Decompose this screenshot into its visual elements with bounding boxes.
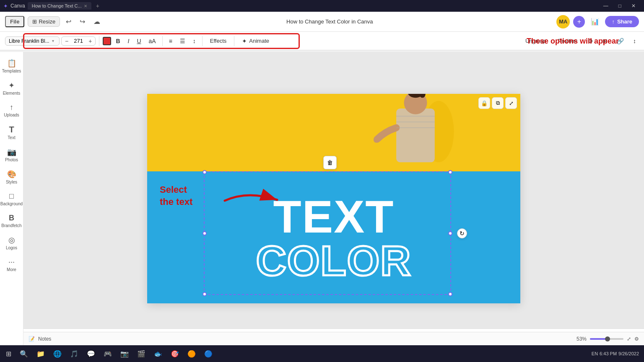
text-color-swatch[interactable] — [103, 37, 111, 45]
font-name-label: Libre Franklin Bl... — [9, 38, 49, 44]
start-button[interactable]: ⊞ — [2, 348, 16, 359]
lock-button[interactable]: 🔒 — [478, 97, 490, 109]
resize-button[interactable]: ⊞ Resize — [28, 16, 60, 27]
statusbar: 📝 Notes 53% ⤢ ⚙ — [23, 332, 644, 345]
zoom-slider-thumb[interactable] — [605, 336, 610, 341]
copy-element-button[interactable]: ⧉ — [492, 97, 504, 109]
spacing-button[interactable]: ↕ — [190, 36, 199, 46]
templates-label: Templates — [2, 69, 21, 73]
settings-icon[interactable]: ⚙ — [634, 336, 639, 342]
select-text-annotation: Select the text — [160, 184, 192, 208]
browser-taskbar-button[interactable]: 🌐 — [49, 348, 66, 359]
cloud-save-button[interactable]: ☁ — [91, 16, 103, 27]
search-taskbar-button[interactable]: 🔍 — [16, 348, 32, 359]
canvas-area[interactable]: TEXT COLOR 🗑 🔒 ⧉ ⤢ — [23, 52, 644, 345]
sidebar-item-more[interactable]: ··· More — [1, 254, 22, 275]
tray-date: 9/26/2022 — [618, 351, 639, 356]
resize-icon: ⊞ — [32, 18, 37, 25]
tab-close-icon[interactable]: ✕ — [84, 4, 87, 8]
document-title: How to Change Text Color in Canva — [286, 18, 373, 25]
list-button[interactable]: ☰ — [177, 36, 188, 46]
share-icon: ↑ — [612, 18, 615, 25]
underline-button[interactable]: U — [134, 36, 144, 46]
sidebar-item-elements[interactable]: ✦ Elements — [1, 78, 22, 99]
share-button[interactable]: ↑ Share — [605, 16, 639, 27]
canva-logo-icon: ✦ — [3, 3, 8, 9]
toolbar-divider-1 — [99, 36, 99, 46]
sidebar-item-templates[interactable]: 📋 Templates — [1, 55, 22, 77]
zoom-level-label: 53% — [576, 336, 587, 342]
toolbar-divider-2 — [162, 36, 163, 46]
sidebar-item-logos[interactable]: ◎ Logos — [1, 232, 22, 253]
app12-taskbar-button[interactable]: 🔵 — [200, 348, 217, 359]
bold-button[interactable]: B — [113, 36, 123, 46]
file-menu-button[interactable]: File — [5, 16, 24, 27]
app10-taskbar-button[interactable]: 🎯 — [166, 348, 183, 359]
styles-icon: 🎨 — [7, 170, 16, 179]
left-sidebar: 📋 Templates ✦ Elements ↑ Uploads T Text … — [0, 52, 23, 345]
more-options-4[interactable]: ↕ — [630, 36, 639, 46]
search-taskbar-icon: 🔍 — [20, 350, 28, 358]
background-icon: □ — [9, 192, 14, 201]
expand-element-button[interactable]: ⤢ — [505, 97, 517, 109]
more-label: More — [7, 267, 16, 272]
zoom-slider[interactable] — [590, 338, 623, 340]
whatsapp-taskbar-button[interactable]: 💬 — [83, 348, 99, 359]
photos-label: Photos — [5, 158, 18, 162]
chevron-down-icon: ▾ — [52, 39, 54, 43]
animate-icon: ✦ — [242, 38, 247, 44]
app11-icon: 🟠 — [187, 350, 196, 358]
sidebar-item-background[interactable]: □ Background — [1, 189, 22, 209]
sidebar-item-text[interactable]: T Text — [1, 122, 22, 143]
spotify-taskbar-button[interactable]: 🎵 — [66, 348, 83, 359]
animate-button[interactable]: ✦ Animate — [238, 36, 273, 46]
fullscreen-button[interactable]: ⤢ — [627, 336, 631, 342]
windows-icon: ⊞ — [6, 350, 11, 358]
app10-icon: 🎯 — [171, 350, 179, 358]
new-tab-button[interactable]: + — [94, 3, 101, 9]
notes-label[interactable]: Notes — [38, 336, 51, 342]
windows-taskbar: ⊞ 🔍 📁 🌐 🎵 💬 🎮 📷 🎬 🐟 🎯 🟠 🔵 EN 6:43 PM 9/2… — [0, 345, 644, 362]
analytics-button[interactable]: 📊 — [588, 16, 602, 27]
effects-button[interactable]: Effects — [206, 36, 231, 46]
annotation-label: These options will appear — [527, 37, 619, 46]
canvas-element-controls: 🔒 ⧉ ⤢ — [478, 97, 517, 109]
brandfetch-icon: B — [9, 214, 14, 222]
app11-taskbar-button[interactable]: 🟠 — [183, 348, 200, 359]
maximize-button[interactable]: □ — [613, 0, 626, 12]
lang-indicator: EN — [592, 351, 598, 356]
file-explorer-button[interactable]: 📁 — [32, 348, 49, 359]
discord-taskbar-button[interactable]: 🎮 — [99, 348, 116, 359]
annotation-toolbar-text: These options will appear — [527, 32, 619, 50]
expand-icon: ⤢ — [509, 100, 514, 106]
close-button[interactable]: ✕ — [626, 0, 641, 12]
font-family-selector[interactable]: Libre Franklin Bl... ▾ — [5, 36, 60, 46]
font-size-input[interactable] — [71, 38, 86, 44]
font-size-decrease-button[interactable]: − — [63, 38, 70, 44]
sidebar-item-uploads[interactable]: ↑ Uploads — [1, 100, 22, 121]
browser-tab[interactable]: How to Change Text C... ✕ — [28, 2, 91, 10]
elements-label: Elements — [3, 91, 21, 96]
font-size-increase-button[interactable]: + — [87, 38, 93, 44]
uploads-label: Uploads — [4, 113, 19, 117]
italic-button[interactable]: I — [125, 36, 132, 46]
sidebar-item-styles[interactable]: 🎨 Styles — [1, 166, 22, 188]
user-avatar[interactable]: MA — [556, 15, 570, 28]
zoom-taskbar-button[interactable]: 📷 — [116, 348, 133, 359]
redo-button[interactable]: ↪ — [77, 16, 88, 27]
undo-button[interactable]: ↩ — [63, 16, 74, 27]
text-label: Text — [8, 135, 15, 140]
sidebar-item-brandfetch[interactable]: B Brandfetch — [1, 210, 22, 231]
minimize-button[interactable]: — — [598, 0, 613, 12]
invite-button[interactable]: + — [573, 16, 585, 28]
app9-taskbar-button[interactable]: 🐟 — [150, 348, 166, 359]
text-case-button[interactable]: aA — [146, 36, 159, 46]
text-align-button[interactable]: ≡ — [166, 36, 175, 46]
lock-icon: 🔒 — [481, 100, 488, 106]
delete-element-button[interactable]: 🗑 — [323, 156, 337, 169]
app8-taskbar-button[interactable]: 🎬 — [133, 348, 150, 359]
taskbar-tray: EN 6:43 PM 9/26/2022 — [588, 351, 642, 356]
logos-label: Logos — [6, 246, 17, 250]
window-controls: — □ ✕ — [598, 0, 641, 12]
sidebar-item-photos[interactable]: 📷 Photos — [1, 144, 22, 165]
